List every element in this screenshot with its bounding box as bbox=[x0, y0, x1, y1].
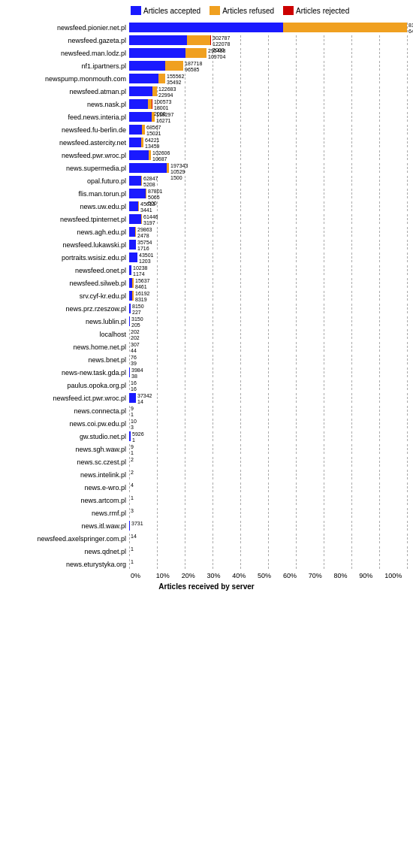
grid-line bbox=[240, 355, 241, 364]
grid-line bbox=[129, 482, 130, 492]
chart-rows: newsfeed.pionier.net.pl810233649634newsf… bbox=[3, 21, 410, 570]
grid-line bbox=[157, 355, 158, 364]
grid-line bbox=[268, 291, 269, 301]
bar-wrapper: 91 bbox=[129, 444, 410, 454]
grid-line bbox=[213, 61, 213, 71]
bar-values: 1 bbox=[131, 559, 134, 565]
grid-line bbox=[296, 419, 297, 428]
value-accepted: 62847 bbox=[143, 176, 158, 182]
grid-line bbox=[379, 546, 380, 556]
grid-line bbox=[351, 457, 352, 467]
grid-line bbox=[379, 35, 380, 45]
bar-wrapper: 11829716271 bbox=[129, 112, 410, 122]
grid-line bbox=[268, 61, 269, 71]
grid-line bbox=[296, 253, 297, 262]
value-accepted: 197343 bbox=[170, 163, 188, 169]
x-axis-label: 30% bbox=[206, 572, 232, 579]
table-row: news.e-wro.pl4 bbox=[3, 481, 410, 494]
grid-line bbox=[324, 86, 324, 96]
x-axis-label: 70% bbox=[309, 572, 334, 579]
row-label: newsfeed.pionier.net.pl bbox=[3, 24, 129, 32]
value-accepted: 8150 bbox=[132, 304, 144, 310]
grid-line bbox=[240, 163, 241, 173]
grid-line bbox=[240, 138, 241, 147]
grid-line bbox=[407, 304, 408, 313]
value-accepted: 9 bbox=[131, 444, 134, 450]
grid-line bbox=[407, 125, 408, 135]
grid-line bbox=[379, 470, 380, 479]
grid-line bbox=[213, 482, 213, 492]
grid-line bbox=[324, 265, 324, 275]
grid-line bbox=[379, 393, 380, 403]
value-refused: 2478 bbox=[137, 233, 152, 239]
value-refused: 16 bbox=[131, 386, 137, 392]
grid-line bbox=[268, 380, 269, 390]
grid-line bbox=[240, 393, 241, 403]
grid-line bbox=[351, 316, 352, 326]
row-label: news.home.net.pl bbox=[3, 343, 129, 351]
bar-values: 202202 bbox=[131, 329, 140, 341]
value-accepted: 14 bbox=[131, 534, 137, 540]
grid-line bbox=[351, 253, 352, 262]
grid-line bbox=[268, 214, 269, 224]
grid-line bbox=[268, 444, 269, 454]
legend-refused: Articles refused bbox=[210, 6, 274, 15]
grid-line bbox=[240, 482, 241, 492]
grid-line bbox=[268, 355, 269, 364]
value-refused: 44 bbox=[131, 348, 140, 354]
grid-line bbox=[268, 457, 269, 467]
grid-line bbox=[324, 380, 324, 390]
grid-line bbox=[213, 189, 213, 198]
grid-line bbox=[351, 534, 352, 543]
grid-line bbox=[379, 99, 380, 109]
grid-line bbox=[407, 546, 408, 556]
grid-line bbox=[379, 278, 380, 288]
bar-wrapper: 12268322994 bbox=[129, 86, 410, 96]
value-refused: 8319 bbox=[135, 297, 149, 303]
grid-line bbox=[129, 380, 130, 390]
grid-line bbox=[324, 508, 324, 518]
grid-line bbox=[240, 227, 241, 237]
bar-wrapper: 18771896585 bbox=[129, 61, 410, 71]
bar-values: 3150205 bbox=[131, 316, 143, 328]
bar-wrapper: 456133441 bbox=[129, 201, 410, 211]
grid-line bbox=[324, 163, 324, 173]
grid-line bbox=[185, 227, 185, 237]
grid-line bbox=[129, 546, 130, 556]
grid-line bbox=[379, 367, 380, 377]
bar-segment-refused bbox=[142, 125, 145, 135]
grid-line bbox=[379, 329, 380, 339]
row-label: newsfeed.gazeta.pl bbox=[3, 37, 129, 44]
value-accepted: 37342 bbox=[137, 393, 152, 399]
grid-line bbox=[296, 342, 297, 352]
grid-line bbox=[351, 419, 352, 428]
grid-line bbox=[407, 35, 408, 45]
grid-line bbox=[324, 342, 324, 352]
grid-line bbox=[407, 150, 408, 160]
grid-line bbox=[213, 457, 213, 467]
grid-line bbox=[296, 546, 297, 556]
grid-line bbox=[407, 278, 408, 288]
grid-line bbox=[351, 61, 352, 71]
grid-line bbox=[268, 99, 269, 109]
table-row: newsfeed.ict.pwr.wroc.pl3734214 bbox=[3, 392, 410, 404]
grid-line bbox=[157, 470, 158, 479]
grid-line bbox=[213, 240, 213, 250]
grid-line bbox=[157, 380, 158, 390]
bar-track bbox=[129, 253, 137, 262]
grid-line bbox=[157, 304, 158, 313]
table-row: news.artcom.pl1 bbox=[3, 494, 410, 507]
bar-segment-accepted bbox=[129, 163, 167, 173]
value-accepted: 4 bbox=[131, 482, 134, 488]
bar-wrapper: 1 bbox=[129, 495, 410, 505]
table-row: gw.studio.net.pl59261 bbox=[3, 430, 410, 443]
grid-line bbox=[407, 431, 408, 441]
grid-line bbox=[185, 444, 185, 454]
bar-values: 14 bbox=[131, 534, 137, 540]
x-axis-label: 40% bbox=[232, 572, 258, 579]
value-refused: 18001 bbox=[154, 105, 171, 111]
value-refused: 14 bbox=[137, 399, 152, 405]
value-refused: 202 bbox=[131, 335, 140, 341]
table-row: newsfeed.onet.pl102381174 bbox=[3, 264, 410, 277]
table-row: newsfeed.pionier.net.pl810233649634 bbox=[3, 21, 410, 34]
